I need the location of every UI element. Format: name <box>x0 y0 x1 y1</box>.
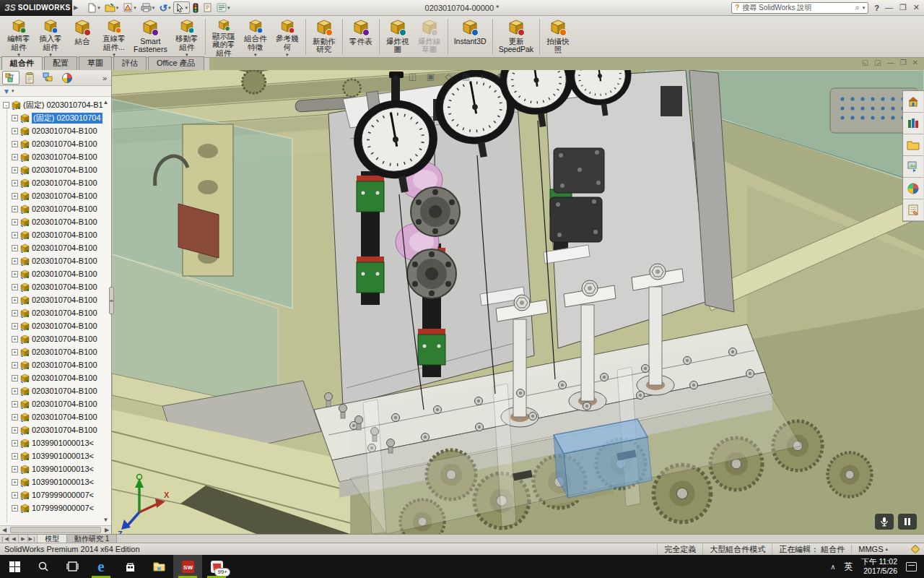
expand-icon[interactable]: + <box>12 180 18 186</box>
tree-row[interactable]: + 0203010704-B100 <box>0 176 111 189</box>
expand-icon[interactable]: + <box>12 466 18 473</box>
apply-scene-icon[interactable]: ❖ <box>495 72 503 82</box>
rebuild-button[interactable] <box>191 2 200 14</box>
expand-icon[interactable]: + <box>12 219 18 225</box>
expand-icon[interactable]: + <box>12 115 18 121</box>
options-button[interactable]: ▾ <box>215 2 232 13</box>
taskbar-search-button[interactable] <box>29 555 58 578</box>
tree-row[interactable]: + 0203010704-B100 <box>0 306 111 319</box>
expand-icon[interactable]: + <box>12 284 18 290</box>
smart-fasteners-button[interactable]: SmartFasteners <box>130 17 171 57</box>
reference-geometry-button[interactable]: 參考幾何▾ <box>271 17 303 57</box>
doc-cascade-left-icon[interactable]: ◱ <box>862 59 868 66</box>
tree-row[interactable]: + 0203010704-B100 <box>0 163 111 176</box>
file-explorer-taskbar-button[interactable] <box>144 555 173 578</box>
tree-row[interactable]: + 0203010704-B100 <box>0 189 111 202</box>
file-explorer-button[interactable] <box>903 134 923 156</box>
tree-row[interactable]: + 0203010704-B100 <box>0 241 111 254</box>
minimize-button[interactable]: — <box>885 3 893 12</box>
tree-row[interactable]: + 0203010704-B100 <box>0 332 111 345</box>
expand-icon[interactable]: + <box>12 336 18 342</box>
instant3d-button[interactable]: Instant3D <box>450 17 490 57</box>
expand-icon[interactable]: + <box>12 362 18 368</box>
exploded-view-button[interactable]: 爆炸視圖 <box>382 17 414 57</box>
tree-row[interactable]: + 0203010704-B100 <box>0 137 111 150</box>
close-button[interactable]: ✕ <box>913 3 920 12</box>
tree-row[interactable]: + 1039901000013< <box>0 436 111 449</box>
hide-show-items-icon[interactable]: ▤ <box>462 72 470 82</box>
tree-row[interactable]: + 0203010704-B100 <box>0 254 111 267</box>
expand-icon[interactable]: + <box>12 440 18 447</box>
doc-minimize-icon[interactable]: — <box>887 59 894 66</box>
linear-component-pattern-button[interactable]: 直線零組件...▾ <box>98 17 130 57</box>
graphics-viewport[interactable]: X Z ⌖◫▣◇▤◐❖ <box>112 70 924 534</box>
design-library-button[interactable] <box>903 113 923 134</box>
display-style-icon[interactable]: ◇ <box>445 72 451 82</box>
assembly-features-button[interactable]: 組合件特徵▾ <box>240 17 271 57</box>
solidworks-resources-button[interactable] <box>903 91 923 113</box>
reference-geometry-dropdown-icon[interactable]: ▾ <box>286 52 289 57</box>
view-orientation-icon[interactable]: ▣ <box>427 72 435 82</box>
language-indicator[interactable]: 英 <box>845 561 853 573</box>
tree-row[interactable]: + 1039901000013< <box>0 462 111 475</box>
expand-icon[interactable]: + <box>12 232 18 238</box>
tree-row[interactable]: + 0203010704-B100 <box>0 150 111 163</box>
tree-row[interactable]: + 0203010704-B100 <box>0 358 111 371</box>
flange-coupler-1[interactable] <box>411 187 460 236</box>
pause-button[interactable] <box>898 514 917 530</box>
search-icon[interactable]: ⌕ <box>855 3 859 12</box>
tree-row[interactable]: + 1079999000007< <box>0 501 111 514</box>
filter-dropdown-icon[interactable]: ▾ <box>12 88 14 94</box>
messenger-button[interactable]: 99+ <box>202 555 231 578</box>
tree-row[interactable]: + 0203010704-B100 <box>0 384 111 397</box>
select-tool-button[interactable]: ▾ <box>173 1 190 14</box>
tree-row[interactable]: + 0203010704-B100 <box>0 202 111 215</box>
doc-cascade-right-icon[interactable]: ◲ <box>874 59 881 66</box>
panel-expand-chevron[interactable]: » <box>103 74 109 82</box>
tree-row[interactable]: + 0203010704-B100 <box>0 267 111 280</box>
appearances-scenes-button[interactable] <box>903 178 923 199</box>
help-button[interactable]: ? <box>874 4 879 12</box>
zoom-fit-icon[interactable]: ⌖ <box>393 72 398 82</box>
expand-icon[interactable]: + <box>12 388 18 394</box>
tab-model[interactable]: 模型 <box>38 535 67 543</box>
expand-icon[interactable]: + <box>12 141 18 147</box>
expand-icon[interactable]: + <box>12 453 18 460</box>
expand-icon[interactable]: + <box>12 323 18 329</box>
tree-row[interactable]: + (固定) 0203010704 <box>0 111 111 124</box>
tree-row[interactable]: + 0203010704-B100 <box>0 280 111 293</box>
insert-components-button[interactable]: 插入零組件▾ <box>35 17 66 57</box>
taskbar-clock[interactable]: 下午 11:02 2017/5/26 <box>862 557 897 575</box>
expand-icon[interactable]: + <box>12 310 18 316</box>
show-hidden-components-button[interactable]: 顯示隱藏的零組件 <box>208 17 240 57</box>
ribbon-tab-組合件[interactable]: 組合件 <box>1 56 43 70</box>
expand-icon[interactable]: + <box>12 297 18 303</box>
doc-close-icon[interactable]: ✕ <box>912 59 918 66</box>
error-report-button[interactable]: ▾ <box>121 2 138 13</box>
edge-button[interactable]: e <box>87 555 116 578</box>
tree-row[interactable]: + 0203010704-B100 <box>0 215 111 228</box>
tree-row[interactable]: + 1039901000013< <box>0 449 111 462</box>
search-input[interactable]: ? 搜尋 SolidWorks 說明 ⌕ ▾ <box>731 2 868 14</box>
units-selector[interactable]: MMGS▴ <box>851 545 894 553</box>
file-properties-button[interactable] <box>201 2 214 13</box>
featuremanager-tab[interactable] <box>2 71 19 85</box>
tree-row[interactable]: + 0203010704-B100 <box>0 423 111 436</box>
tag-button[interactable] <box>910 544 920 555</box>
expand-icon[interactable]: + <box>12 427 18 434</box>
expand-icon[interactable]: + <box>12 349 18 355</box>
expand-icon[interactable]: + <box>12 258 18 264</box>
expand-icon[interactable]: + <box>12 414 18 420</box>
panel-splitter-handle[interactable]: ◂▸ <box>109 287 114 314</box>
mate-button[interactable]: 結合 <box>66 17 98 57</box>
expand-icon[interactable]: + <box>12 167 18 173</box>
displaymanager-tab[interactable] <box>58 71 76 85</box>
tree-root-row[interactable]: - (固定) 0203010704-B1 <box>0 98 111 111</box>
hscroll-left-icon[interactable]: ◀ <box>0 527 9 533</box>
microphone-button[interactable] <box>875 514 894 530</box>
solidworks-taskbar-button[interactable]: SW <box>173 555 202 578</box>
section-view-icon[interactable]: ◫ <box>409 72 417 82</box>
tree-row[interactable]: + 0203010704-B100 <box>0 410 111 423</box>
expand-icon[interactable]: + <box>12 193 18 199</box>
ribbon-tab-草圖[interactable]: 草圖 <box>79 56 112 70</box>
